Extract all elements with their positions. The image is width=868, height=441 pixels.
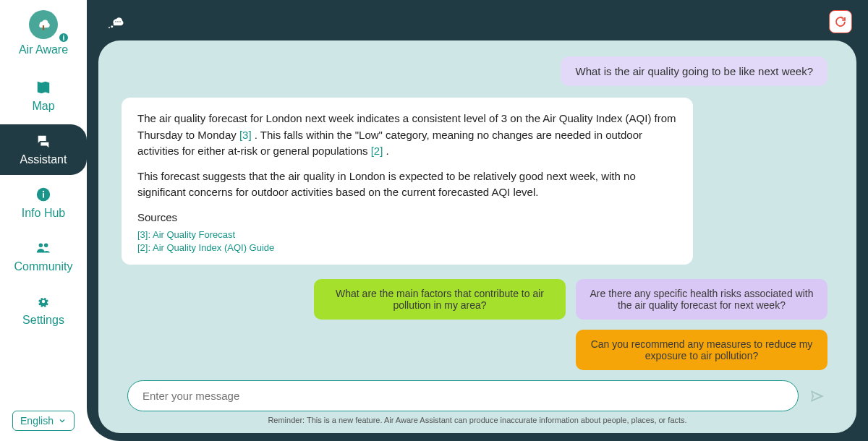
chat-icon — [35, 133, 51, 149]
source-link-3[interactable]: [3]: Air Quality Forecast — [137, 228, 677, 241]
topbar — [98, 10, 856, 40]
brand-block: i Air Aware — [19, 10, 68, 56]
user-message: What is the air quality going to be like… — [561, 56, 827, 86]
suggestion-health-risks[interactable]: Are there any specific health risks asso… — [576, 279, 827, 320]
language-select[interactable]: English — [12, 411, 75, 431]
chat-surface: What is the air quality going to be like… — [98, 40, 856, 433]
message-input[interactable] — [127, 380, 799, 411]
brand-name: Air Aware — [19, 43, 68, 56]
nav-map-label: Map — [32, 100, 54, 113]
nav-list: Map Assistant Info Hub Community Setting… — [0, 71, 87, 335]
language-label: English — [20, 415, 54, 427]
disclaimer-text: Reminder: This is a new feature. Air Awa… — [127, 416, 827, 424]
nav-info-hub-label: Info Hub — [22, 207, 65, 220]
nav-assistant[interactable]: Assistant — [0, 124, 87, 175]
svg-point-6 — [115, 21, 116, 22]
app-root: i Air Aware Map Assistant Info Hub Commu… — [0, 0, 868, 441]
assistant-message: The air quality forecast for London next… — [122, 98, 693, 265]
nav-settings[interactable]: Settings — [0, 285, 87, 335]
nav-map[interactable]: Map — [0, 71, 87, 121]
tree-cloud-icon — [34, 15, 53, 34]
map-icon — [35, 80, 51, 95]
people-icon — [35, 240, 51, 256]
send-button[interactable] — [807, 386, 827, 406]
nav-community-label: Community — [14, 260, 73, 273]
suggestion-reduce-exposure[interactable]: Can you recommend any measures to reduce… — [576, 330, 827, 370]
nav-settings-label: Settings — [22, 314, 64, 327]
nav-assistant-label: Assistant — [20, 153, 67, 166]
gear-icon — [35, 294, 51, 309]
info-badge-icon[interactable]: i — [58, 32, 69, 43]
main-panel: What is the air quality going to be like… — [87, 0, 868, 441]
nav-info-hub[interactable]: Info Hub — [0, 178, 87, 228]
svg-point-8 — [119, 21, 121, 22]
info-icon — [35, 187, 51, 202]
svg-point-4 — [111, 25, 113, 27]
sources-heading: Sources — [137, 210, 677, 226]
suggestion-chips: What are the main factors that contribut… — [127, 279, 827, 370]
assistant-paragraph: This forecast suggests that the air qual… — [137, 168, 677, 201]
send-icon — [809, 388, 826, 405]
source-link-2[interactable]: [2]: Air Quality Index (AQI) Guide — [137, 241, 677, 254]
svg-point-5 — [109, 27, 110, 28]
svg-rect-0 — [43, 25, 44, 30]
thought-cloud-icon — [107, 14, 129, 29]
citation-2[interactable]: [2] — [371, 145, 383, 157]
refresh-icon — [834, 15, 847, 28]
svg-point-3 — [43, 191, 44, 192]
assistant-paragraph: The air quality forecast for London next… — [137, 111, 677, 160]
sidebar: i Air Aware Map Assistant Info Hub Commu… — [0, 0, 87, 441]
chevron-down-icon — [58, 416, 67, 425]
nav-community[interactable]: Community — [0, 231, 87, 282]
svg-rect-2 — [43, 193, 44, 197]
composer — [127, 380, 827, 411]
message-list: What is the air quality going to be like… — [127, 56, 827, 370]
brand-logo — [29, 10, 58, 39]
suggestion-factors[interactable]: What are the main factors that contribut… — [314, 279, 566, 320]
citation-3[interactable]: [3] — [239, 129, 252, 141]
svg-point-7 — [117, 21, 119, 22]
refresh-button[interactable] — [829, 10, 852, 33]
